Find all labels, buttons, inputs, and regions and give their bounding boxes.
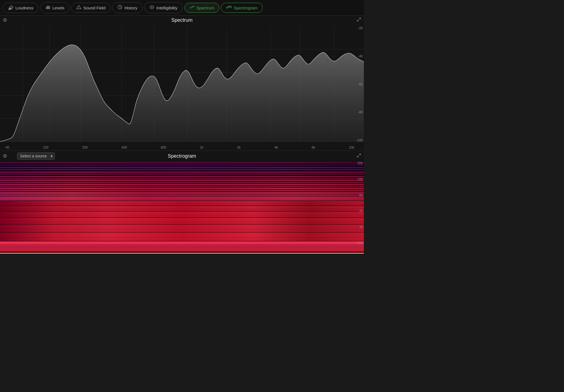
svg-rect-51 xyxy=(0,198,364,200)
spectrogram-panel: ⚙ Select a source Spectrogram 20k 10k 5k… xyxy=(0,151,364,254)
svg-rect-45 xyxy=(0,190,364,191)
svg-rect-57 xyxy=(0,209,364,211)
spectrum-panel: ⚙ Spectrum -20 -40 -60 -80 -100 xyxy=(0,16,364,151)
svg-rect-1 xyxy=(47,6,47,9)
svg-rect-65 xyxy=(0,224,364,229)
svg-rect-25 xyxy=(0,162,364,163)
svg-rect-35 xyxy=(0,176,364,177)
svg-rect-44 xyxy=(0,187,364,189)
svg-rect-50 xyxy=(0,196,364,199)
loudness-icon: 🔊 xyxy=(8,5,14,10)
svg-rect-72 xyxy=(0,241,364,244)
svg-rect-30 xyxy=(0,169,364,170)
spectrogram-icon xyxy=(226,5,232,10)
svg-rect-29 xyxy=(0,167,364,168)
svg-rect-78 xyxy=(0,253,364,254)
svg-rect-33 xyxy=(0,174,364,174)
svg-rect-48 xyxy=(0,194,364,196)
svg-rect-63 xyxy=(0,221,364,224)
tab-spectrogram-label: Spectrogram xyxy=(234,6,257,10)
tab-loudness-label: Loudness xyxy=(15,6,33,10)
tab-levels-label: Levels xyxy=(52,6,64,10)
svg-rect-3 xyxy=(49,6,49,9)
tab-history-label: History xyxy=(124,6,137,10)
tab-sound-field[interactable]: Sound Field xyxy=(71,3,111,13)
tab-intelligibility-label: Intelligibility xyxy=(156,6,178,10)
svg-rect-59 xyxy=(0,211,364,215)
svg-rect-39 xyxy=(0,182,364,183)
svg-rect-54 xyxy=(0,203,364,205)
svg-rect-60 xyxy=(0,215,364,218)
source-dropdown-wrapper[interactable]: Select a source xyxy=(17,152,55,160)
svg-rect-41 xyxy=(0,184,364,185)
spectrogram-expand-button[interactable] xyxy=(357,153,361,159)
top-navigation: 🔊 Loudness Levels Sound Field History In… xyxy=(0,0,364,16)
svg-rect-62 xyxy=(0,218,364,221)
tab-history[interactable]: History xyxy=(112,2,143,13)
svg-rect-42 xyxy=(0,186,364,187)
svg-rect-69 xyxy=(0,237,364,241)
tab-levels[interactable]: Levels xyxy=(40,2,69,13)
tab-spectrogram[interactable]: Spectrogram xyxy=(221,3,263,13)
svg-point-7 xyxy=(151,7,152,8)
svg-rect-47 xyxy=(0,192,364,194)
svg-rect-66 xyxy=(0,229,364,232)
sound-field-icon xyxy=(76,5,81,10)
spectrum-expand-button[interactable] xyxy=(357,17,361,23)
svg-rect-53 xyxy=(0,201,364,204)
spectrum-canvas xyxy=(0,26,364,151)
spectrum-icon xyxy=(190,5,195,10)
tab-spectrum-label: Spectrum xyxy=(197,6,214,10)
spectrogram-settings-button[interactable]: ⚙ xyxy=(3,154,7,159)
tab-intelligibility[interactable]: Intelligibility xyxy=(144,2,183,13)
svg-rect-74 xyxy=(0,252,364,253)
spectrogram-title: Spectrogram xyxy=(168,153,196,159)
source-select[interactable]: Select a source xyxy=(17,152,55,160)
svg-rect-2 xyxy=(48,6,48,9)
spectrogram-canvas xyxy=(0,161,364,254)
svg-rect-26 xyxy=(0,164,364,164)
svg-rect-38 xyxy=(0,179,364,181)
intelligibility-icon xyxy=(149,5,154,11)
spectrum-settings-button[interactable]: ⚙ xyxy=(3,18,7,23)
svg-rect-27 xyxy=(0,165,364,166)
svg-rect-4 xyxy=(49,6,50,9)
svg-rect-56 xyxy=(0,206,364,209)
levels-icon xyxy=(45,5,50,11)
spectrum-header: ⚙ Spectrum xyxy=(0,16,364,25)
svg-rect-36 xyxy=(0,178,364,179)
spectrogram-header: ⚙ Select a source Spectrogram xyxy=(0,151,364,161)
tab-spectrum[interactable]: Spectrum xyxy=(184,3,219,13)
tab-sound-field-label: Sound Field xyxy=(83,6,105,10)
spectrum-title: Spectrum xyxy=(171,17,192,23)
svg-rect-73 xyxy=(0,247,364,252)
svg-rect-68 xyxy=(0,232,364,237)
source-select-wrapper: Select a source xyxy=(17,152,55,160)
tab-loudness[interactable]: 🔊 Loudness xyxy=(3,3,39,13)
svg-rect-0 xyxy=(46,7,47,9)
svg-rect-32 xyxy=(0,171,364,173)
history-icon xyxy=(117,5,122,11)
